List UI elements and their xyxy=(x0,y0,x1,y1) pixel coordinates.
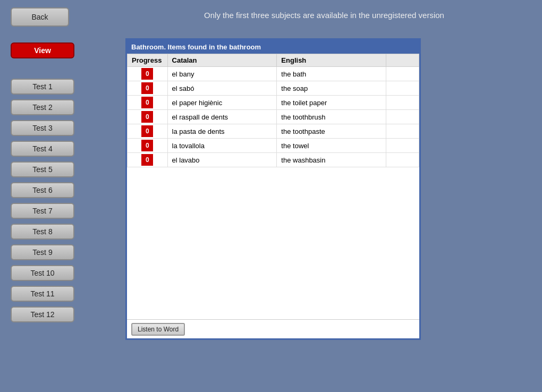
test-button-5[interactable]: Test 5 xyxy=(11,161,74,177)
progress-badge: 0 xyxy=(141,97,153,108)
progress-badge: 0 xyxy=(141,68,153,80)
test-button-2[interactable]: Test 2 xyxy=(11,99,74,115)
extra-cell xyxy=(386,124,419,139)
test-button-6[interactable]: Test 6 xyxy=(11,182,74,198)
test-button-7[interactable]: Test 7 xyxy=(11,203,74,219)
test-button-10[interactable]: Test 10 xyxy=(11,265,74,281)
extra-cell xyxy=(386,67,419,81)
english-cell: the soap xyxy=(277,81,386,96)
english-cell: the toilet paper xyxy=(277,96,386,110)
vocabulary-table: Progress Catalan English 0el banythe bat… xyxy=(127,54,419,167)
table-row: 0el lavabothe washbasin xyxy=(128,153,419,167)
col-header-english: English xyxy=(277,54,386,67)
extra-cell xyxy=(386,139,419,153)
catalan-cell: el raspall de dents xyxy=(167,110,277,124)
test-button-8[interactable]: Test 8 xyxy=(11,224,74,240)
table-row: 0el raspall de dentsthe toothbrush xyxy=(128,110,419,124)
english-cell: the toothpaste xyxy=(277,124,386,139)
progress-badge: 0 xyxy=(141,140,153,151)
test-button-4[interactable]: Test 4 xyxy=(11,141,74,157)
progress-cell: 0 xyxy=(128,110,168,124)
test-button-3[interactable]: Test 3 xyxy=(11,120,74,136)
progress-cell: 0 xyxy=(128,81,168,96)
extra-cell xyxy=(386,81,419,96)
progress-badge: 0 xyxy=(141,125,153,137)
vocabulary-table-container: Progress Catalan English 0el banythe bat… xyxy=(127,54,419,319)
table-row: 0el banythe bath xyxy=(128,67,419,81)
english-cell: the toothbrush xyxy=(277,110,386,124)
extra-cell xyxy=(386,153,419,167)
back-button[interactable]: Back xyxy=(11,7,69,27)
catalan-cell: la pasta de dents xyxy=(167,124,277,139)
progress-badge: 0 xyxy=(141,111,153,123)
progress-cell: 0 xyxy=(128,124,168,139)
catalan-cell: el lavabo xyxy=(167,153,277,167)
table-row: 0la pasta de dentsthe toothpaste xyxy=(128,124,419,139)
table-row: 0la tovallolathe towel xyxy=(128,139,419,153)
panel-title: Bathroom. Items found in the bathroom xyxy=(127,40,419,54)
catalan-cell: el bany xyxy=(167,67,277,81)
panel-footer: Listen to Word xyxy=(127,319,419,338)
progress-cell: 0 xyxy=(128,153,168,167)
test-button-1[interactable]: Test 1 xyxy=(11,79,74,95)
english-cell: the washbasin xyxy=(277,153,386,167)
catalan-cell: el sabó xyxy=(167,81,277,96)
col-header-progress: Progress xyxy=(128,54,168,67)
progress-cell: 0 xyxy=(128,67,168,81)
col-header-catalan: Catalan xyxy=(167,54,277,67)
progress-cell: 0 xyxy=(128,139,168,153)
test-button-9[interactable]: Test 9 xyxy=(11,244,74,260)
view-button[interactable]: View xyxy=(11,42,74,58)
main-panel: Bathroom. Items found in the bathroom Pr… xyxy=(125,38,421,340)
english-cell: the bath xyxy=(277,67,386,81)
catalan-cell: el paper higiènic xyxy=(167,96,277,110)
extra-cell xyxy=(386,110,419,124)
test-button-12[interactable]: Test 12 xyxy=(11,306,74,322)
english-cell: the towel xyxy=(277,139,386,153)
table-row: 0el paper higiènicthe toilet paper xyxy=(128,96,419,110)
catalan-cell: la tovallola xyxy=(167,139,277,153)
extra-cell xyxy=(386,96,419,110)
progress-badge: 0 xyxy=(141,154,153,166)
listen-to-word-button[interactable]: Listen to Word xyxy=(131,323,185,336)
test-button-11[interactable]: Test 11 xyxy=(11,286,74,302)
table-row: 0el sabóthe soap xyxy=(128,81,419,96)
notice-text: Only the first three subjects are availa… xyxy=(117,11,531,20)
progress-badge: 0 xyxy=(141,82,153,94)
col-header-extra xyxy=(386,54,419,67)
progress-cell: 0 xyxy=(128,96,168,110)
